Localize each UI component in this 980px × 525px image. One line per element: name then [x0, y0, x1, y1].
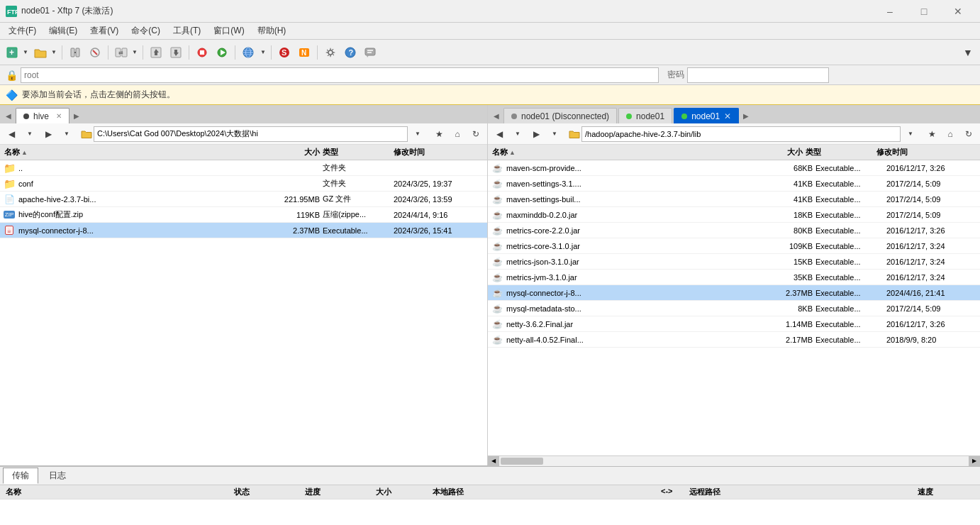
- left-tab-nav-prev[interactable]: ◀: [3, 108, 14, 123]
- disconnect-button[interactable]: [86, 43, 104, 62]
- left-file-row-up[interactable]: 📁 .. 文件夹: [0, 160, 487, 176]
- left-file-type-3: 压缩(zippe...: [321, 209, 392, 220]
- menu-tools[interactable]: 工具(T): [167, 23, 206, 38]
- left-col-date[interactable]: 修改时间: [392, 147, 484, 158]
- right-file-row-0[interactable]: ☕ maven-scm-provide... 68KB Executable..…: [488, 160, 980, 176]
- left-file-row-conf[interactable]: 📁 conf 文件夹 2024/3/25, 19:37: [0, 176, 487, 192]
- java-icon-4: ☕: [491, 224, 503, 237]
- right-file-size-7: 35KB: [757, 273, 814, 282]
- right-col-date[interactable]: 修改时间: [875, 147, 967, 158]
- right-file-row-11[interactable]: ☕ netty-all-4.0.52.Final... 2.17MB Execu…: [488, 332, 980, 348]
- svg-point-31: [328, 50, 333, 55]
- right-col-size[interactable]: 大小: [747, 147, 804, 158]
- right-file-name-8: mysql-connector-j-8...: [506, 289, 757, 297]
- close-button[interactable]: ✕: [942, 0, 974, 23]
- password-input[interactable]: [687, 67, 829, 83]
- right-file-row-6[interactable]: ☕ metrics-json-3.1.0.jar 15KB Executable…: [488, 254, 980, 270]
- right-forward-arrow[interactable]: ▼: [546, 126, 563, 142]
- right-file-row-2[interactable]: ☕ maven-settings-buil... 41KB Executable…: [488, 192, 980, 207]
- right-tab-nav-next[interactable]: ▶: [740, 108, 752, 123]
- right-tab-node01-1[interactable]: node01: [618, 108, 672, 123]
- chat-button[interactable]: [361, 43, 379, 62]
- left-file-row-apache[interactable]: 📄 apache-hive-2.3.7-bi... 221.95MB GZ 文件…: [0, 192, 487, 207]
- left-home-button[interactable]: ⌂: [449, 126, 466, 142]
- menu-help[interactable]: 帮助(H): [252, 23, 292, 38]
- right-file-row-10[interactable]: ☕ netty-3.6.2.Final.jar 1.14MB Executabl…: [488, 316, 980, 332]
- hscroll-right[interactable]: ▶: [969, 456, 980, 466]
- host-input[interactable]: [21, 67, 659, 83]
- right-file-row-9[interactable]: ☕ mysql-metadata-sto... 8KB Executable..…: [488, 301, 980, 316]
- right-file-row-1[interactable]: ☕ maven-settings-3.1.... 41KB Executable…: [488, 176, 980, 192]
- open-folder-button[interactable]: [31, 43, 50, 62]
- play-button[interactable]: [213, 43, 231, 62]
- right-path-input[interactable]: /hadoop/apache-hive-2.3.7-bin/lib: [581, 126, 901, 142]
- collapse-button[interactable]: ▼: [959, 43, 977, 62]
- left-back-button[interactable]: ◀: [3, 126, 20, 142]
- right-col-name[interactable]: 名称 ▲: [491, 147, 747, 158]
- right-file-date-7: 2016/12/17, 3:24: [885, 273, 977, 282]
- upload-button[interactable]: [147, 43, 165, 62]
- hscroll-left[interactable]: ◀: [488, 456, 499, 466]
- transfer-button[interactable]: ⇄: [112, 43, 130, 62]
- new-session-arrow[interactable]: ▼: [21, 43, 30, 62]
- left-col-size[interactable]: 大小: [265, 147, 321, 158]
- left-refresh-button[interactable]: ↻: [467, 126, 484, 142]
- left-tab-hive[interactable]: hive ✕: [16, 108, 69, 123]
- left-forward-arrow[interactable]: ▼: [58, 126, 75, 142]
- bottom-tab-log[interactable]: 日志: [40, 468, 75, 484]
- right-refresh-button[interactable]: ↻: [960, 126, 977, 142]
- right-tab-nav-prev[interactable]: ◀: [491, 108, 502, 123]
- new-session-button[interactable]: +: [3, 43, 21, 62]
- left-back-arrow[interactable]: ▼: [21, 126, 38, 142]
- right-file-row-3[interactable]: ☕ maxminddb-0.2.0.jar 18KB Executable...…: [488, 207, 980, 223]
- left-file-row-mysql[interactable]: ☕ mysql-connector-j-8... 2.37MB Executab…: [0, 223, 487, 238]
- transfer-arrow[interactable]: ▼: [130, 43, 139, 62]
- right-hscrollbar[interactable]: ◀ ▶: [488, 455, 980, 465]
- download-button[interactable]: [167, 43, 185, 62]
- orange-button[interactable]: N: [295, 43, 313, 62]
- hscroll-track[interactable]: [499, 456, 969, 466]
- menu-command[interactable]: 命令(C): [126, 23, 166, 38]
- left-col-name[interactable]: 名称 ▲: [3, 147, 265, 158]
- left-tab-nav-next[interactable]: ▶: [71, 108, 82, 123]
- menu-window[interactable]: 窗口(W): [208, 23, 250, 38]
- minimize-button[interactable]: –: [874, 0, 906, 23]
- right-back-arrow[interactable]: ▼: [509, 126, 526, 142]
- left-file-row-zip[interactable]: ZIP hive的conf配置.zip 119KB 压缩(zippe... 20…: [0, 207, 487, 223]
- menu-edit[interactable]: 编辑(E): [43, 23, 83, 38]
- right-home-button[interactable]: ⌂: [942, 126, 959, 142]
- globe-button[interactable]: [239, 43, 257, 62]
- right-tab-close-2[interactable]: ✕: [724, 111, 731, 121]
- right-file-size-6: 15KB: [757, 258, 814, 266]
- hscroll-thumb[interactable]: [501, 458, 543, 465]
- right-col-type[interactable]: 类型: [804, 147, 875, 158]
- left-path-input[interactable]: C:\Users\Cat God 007\Desktop\2024\大数据\hi: [94, 126, 408, 142]
- connect-button[interactable]: [66, 43, 84, 62]
- right-file-row-5[interactable]: ☕ metrics-core-3.1.0.jar 109KB Executabl…: [488, 238, 980, 254]
- right-tab-disconnected[interactable]: node01 (Disconnected): [503, 108, 617, 123]
- right-file-row-7[interactable]: ☕ metrics-jvm-3.1.0.jar 35KB Executable.…: [488, 270, 980, 285]
- right-back-button[interactable]: ◀: [491, 126, 508, 142]
- right-forward-button[interactable]: ▶: [528, 126, 545, 142]
- globe-arrow[interactable]: ▼: [259, 43, 267, 62]
- settings-button[interactable]: [321, 43, 340, 62]
- left-bookmark-button[interactable]: ★: [430, 126, 447, 142]
- right-tab-node01-2[interactable]: node01 ✕: [674, 108, 739, 123]
- left-col-type[interactable]: 类型: [321, 147, 392, 158]
- java-icon-11: ☕: [491, 333, 503, 346]
- maximize-button[interactable]: □: [908, 0, 940, 23]
- menu-view[interactable]: 查看(V): [84, 23, 124, 38]
- menu-file[interactable]: 文件(F): [3, 23, 42, 38]
- left-tab-close[interactable]: ✕: [56, 112, 62, 120]
- open-folder-arrow[interactable]: ▼: [50, 43, 58, 62]
- right-path-arrow[interactable]: ▼: [902, 126, 919, 142]
- right-file-row-8[interactable]: ☕ mysql-connector-j-8... 2.37MB Executab…: [488, 285, 980, 301]
- right-file-row-4[interactable]: ☕ metrics-core-2.2.0.jar 80KB Executable…: [488, 223, 980, 238]
- stop-button[interactable]: [193, 43, 211, 62]
- right-bookmark-button[interactable]: ★: [923, 126, 940, 142]
- help-button[interactable]: ?: [341, 43, 360, 62]
- left-path-arrow[interactable]: ▼: [409, 126, 426, 142]
- bottom-tab-transfer[interactable]: 传输: [3, 468, 38, 484]
- red-circle-button[interactable]: S: [275, 43, 294, 62]
- left-forward-button[interactable]: ▶: [40, 126, 57, 142]
